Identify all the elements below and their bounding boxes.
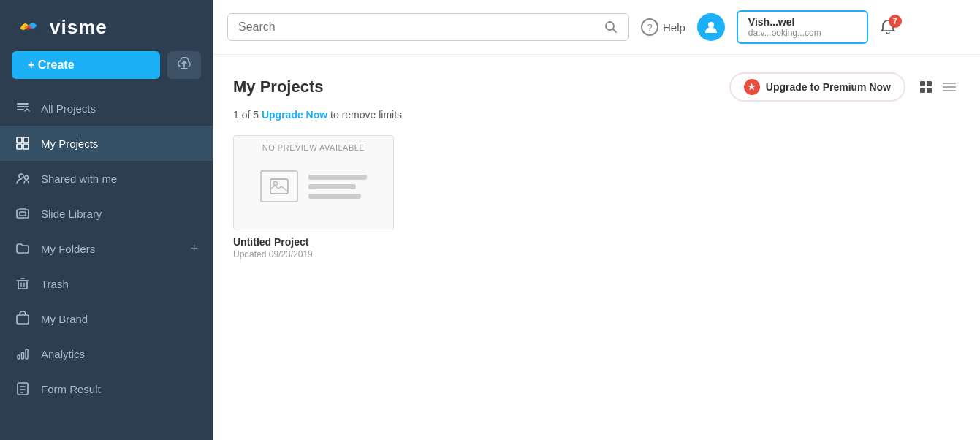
svg-line-26 xyxy=(613,29,617,33)
upload-icon xyxy=(176,57,192,73)
help-icon: ? xyxy=(641,18,658,36)
all-projects-icon xyxy=(15,100,31,116)
main-content: ? Help Vish...wel da.v...ooking...com 7 … xyxy=(213,0,980,440)
placeholder-line-2 xyxy=(308,184,356,189)
topbar: ? Help Vish...wel da.v...ooking...com 7 xyxy=(213,0,980,55)
svg-rect-4 xyxy=(17,137,22,143)
search-icon xyxy=(604,20,618,34)
svg-rect-10 xyxy=(17,210,29,218)
content-header: My Projects ★ Upgrade to Premium Now xyxy=(233,72,960,102)
notifications-badge: 7 xyxy=(889,15,902,28)
svg-rect-20 xyxy=(26,349,28,359)
shared-label: Shared with me xyxy=(41,172,198,185)
placeholder-image-icon xyxy=(260,170,298,202)
svg-rect-19 xyxy=(22,352,24,359)
my-projects-icon xyxy=(15,135,31,151)
analytics-icon xyxy=(15,346,31,362)
no-preview-text: NO PREVIEW AVAILABLE xyxy=(262,143,365,152)
sidebar-item-shared[interactable]: Shared with me xyxy=(0,161,213,196)
sidebar-actions: + Create xyxy=(0,51,213,91)
limit-suffix: to remove limits xyxy=(330,109,402,121)
upgrade-now-link[interactable]: Upgrade Now xyxy=(262,109,327,121)
preview-placeholder xyxy=(260,170,367,202)
sidebar-logo: visme xyxy=(0,0,213,51)
svg-point-36 xyxy=(274,182,278,186)
header-right: ★ Upgrade to Premium Now xyxy=(729,72,960,102)
trash-icon xyxy=(15,276,31,292)
analytics-label: Analytics xyxy=(41,348,198,360)
upgrade-star-icon: ★ xyxy=(744,79,760,95)
create-button[interactable]: + Create xyxy=(12,51,160,79)
sidebar-item-trash[interactable]: Trash xyxy=(0,266,213,301)
content-area: My Projects ★ Upgrade to Premium Now xyxy=(213,55,980,440)
user-email: da.v...ooking...com xyxy=(748,28,856,38)
projects-grid: NO PREVIEW AVAILABLE xyxy=(233,135,960,259)
project-name: Untitled Project xyxy=(233,236,394,248)
user-name: Vish...wel xyxy=(748,16,856,28)
svg-point-8 xyxy=(19,174,23,178)
help-button[interactable]: ? Help xyxy=(641,18,685,36)
placeholder-line-1 xyxy=(308,175,367,180)
svg-rect-31 xyxy=(927,88,932,93)
svg-rect-13 xyxy=(18,281,27,289)
sidebar-item-form-result[interactable]: Form Result xyxy=(0,371,213,406)
avatar-icon xyxy=(702,18,720,36)
project-thumbnail: NO PREVIEW AVAILABLE xyxy=(233,135,394,230)
svg-rect-30 xyxy=(920,88,925,93)
search-box[interactable] xyxy=(227,13,629,41)
svg-point-9 xyxy=(25,176,29,180)
upgrade-label: Upgrade to Premium Now xyxy=(766,81,891,93)
sidebar-item-slide-library[interactable]: Slide Library xyxy=(0,196,213,231)
search-input[interactable] xyxy=(238,20,604,34)
folder-icon xyxy=(15,240,31,257)
list-view-button[interactable] xyxy=(939,77,960,97)
form-result-label: Form Result xyxy=(41,383,198,395)
limit-text: of 5 xyxy=(242,109,262,121)
my-brand-label: My Brand xyxy=(41,313,198,325)
image-placeholder-icon xyxy=(270,178,289,194)
svg-rect-28 xyxy=(920,81,925,86)
svg-rect-5 xyxy=(23,137,29,143)
sidebar-item-my-folders[interactable]: My Folders + xyxy=(0,231,213,266)
placeholder-lines xyxy=(308,175,367,199)
svg-rect-7 xyxy=(23,144,29,149)
logo-text: visme xyxy=(50,16,107,39)
sidebar-item-my-projects[interactable]: My Projects xyxy=(0,126,213,161)
svg-rect-6 xyxy=(17,144,22,149)
page-title: My Projects xyxy=(233,77,324,96)
limit-info: 1 of 5 Upgrade Now to remove limits xyxy=(233,109,960,121)
notifications-button[interactable]: 7 xyxy=(880,19,896,35)
visme-logo-icon xyxy=(15,13,42,41)
grid-view-icon xyxy=(919,80,933,94)
all-projects-label: All Projects xyxy=(41,102,198,115)
sidebar-navigation: All Projects My Projects xyxy=(0,91,213,440)
help-label: Help xyxy=(663,21,685,34)
shared-icon xyxy=(15,170,31,186)
my-brand-icon xyxy=(15,311,31,327)
project-updated: Updated 09/23/2019 xyxy=(233,249,394,259)
sidebar-item-all-projects[interactable]: All Projects xyxy=(0,91,213,126)
form-result-icon xyxy=(15,381,31,397)
grid-view-button[interactable] xyxy=(916,77,936,97)
my-projects-label: My Projects xyxy=(41,137,198,150)
user-info[interactable]: Vish...wel da.v...ooking...com xyxy=(737,10,868,44)
avatar[interactable] xyxy=(697,13,725,41)
sidebar-item-my-brand[interactable]: My Brand xyxy=(0,301,213,336)
trash-label: Trash xyxy=(41,278,198,290)
svg-point-27 xyxy=(708,22,714,28)
upgrade-button[interactable]: ★ Upgrade to Premium Now xyxy=(729,72,905,102)
svg-rect-35 xyxy=(270,179,288,194)
sidebar: visme + Create All Projects xyxy=(0,0,213,440)
slide-library-icon xyxy=(15,205,31,221)
limit-current: 1 xyxy=(233,109,239,121)
project-card[interactable]: NO PREVIEW AVAILABLE xyxy=(233,135,394,259)
list-view-icon xyxy=(942,80,957,94)
placeholder-line-3 xyxy=(308,194,361,199)
sidebar-item-analytics[interactable]: Analytics xyxy=(0,336,213,371)
view-toggle xyxy=(916,77,960,97)
svg-rect-12 xyxy=(20,212,26,216)
svg-rect-29 xyxy=(927,81,932,86)
svg-rect-17 xyxy=(17,315,29,324)
upload-button[interactable] xyxy=(167,51,201,79)
add-folder-button[interactable]: + xyxy=(190,241,198,257)
